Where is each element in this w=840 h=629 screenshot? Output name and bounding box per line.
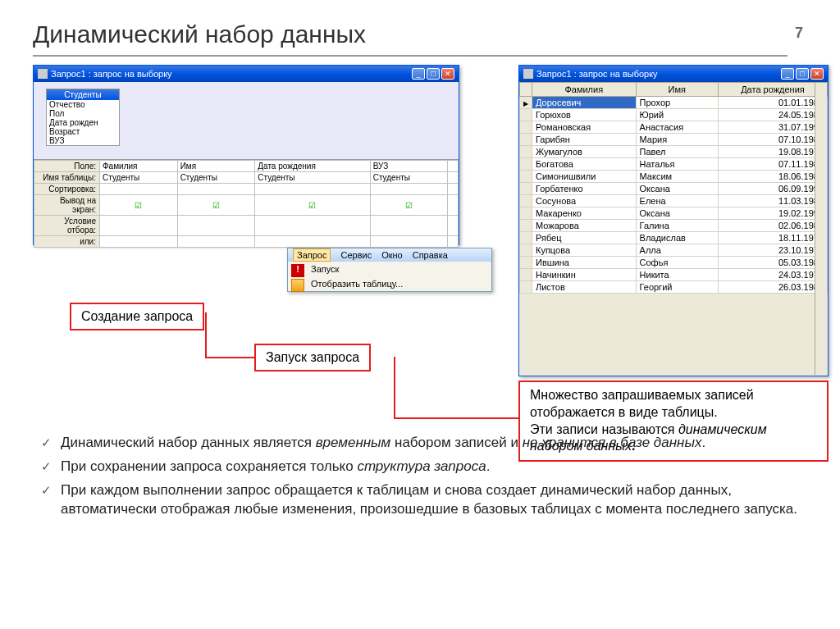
divider	[33, 55, 788, 57]
connector-line	[394, 357, 395, 418]
vertical-scrollbar[interactable]	[815, 83, 827, 375]
bullet-list: Динамический набор данных является време…	[33, 434, 807, 519]
result-datasheet[interactable]: ФамилияИмяДата рожденияДоросевичПрохор01…	[519, 82, 828, 294]
window-title: Запрос1 : запрос на выборку	[51, 69, 172, 79]
field-item[interactable]: Пол	[47, 109, 119, 118]
menu-okno[interactable]: Окно	[381, 250, 403, 260]
query-result-window: Запрос1 : запрос на выборку _ □ ✕ Фамили…	[518, 65, 829, 376]
table-row[interactable]: РомановскаяАнастасия31.07.1991	[520, 121, 828, 134]
table-row[interactable]: БогатоваНаталья07.11.1981	[520, 158, 828, 171]
callout3-line1: Множество запрашиваемых записей отобража…	[530, 388, 754, 419]
close-button[interactable]: ✕	[810, 68, 824, 80]
field-item[interactable]: ВУЗ	[47, 136, 119, 145]
run-icon: !	[291, 264, 304, 277]
menu-item-run[interactable]: !Запуск	[288, 262, 491, 276]
window-titlebar[interactable]: Запрос1 : запрос на выборку _ □ ✕	[519, 66, 828, 82]
field-item[interactable]: Возраст	[47, 127, 119, 136]
table-row[interactable]: МожароваГалина02.06.1989	[520, 220, 828, 232]
callout-run-query: Запуск запроса	[254, 344, 371, 371]
menu-item-run-label: Запуск	[311, 264, 339, 274]
menu-item-show-table[interactable]: Отобразить таблицу...	[288, 276, 491, 291]
table-row[interactable]: НачинкинНикита24.03.1975	[520, 269, 828, 281]
app-icon	[523, 69, 533, 79]
menu-zapros[interactable]: Запрос	[293, 248, 331, 262]
table-row[interactable]: ИвшинаСофья05.03.1980	[520, 257, 828, 269]
connector-line	[205, 312, 207, 358]
table-source-title: Студенты	[47, 89, 119, 100]
bullet-2: При сохранении запроса сохраняется тольк…	[41, 458, 807, 476]
menu-popup: ЗапросСервисОкноСправка !Запуск Отобрази…	[287, 248, 492, 292]
table-row[interactable]: ДоросевичПрохор01.01.1988	[520, 97, 828, 109]
minimize-button[interactable]: _	[781, 68, 794, 80]
bullet-1: Динамический набор данных является време…	[41, 434, 807, 453]
close-button[interactable]: ✕	[441, 68, 454, 80]
table-row[interactable]: ЖумагуловПавел19.08.1973	[520, 146, 828, 158]
slide-title: Динамический набор данных	[33, 21, 807, 48]
menu-spravka[interactable]: Справка	[413, 250, 448, 260]
table-source-box[interactable]: Студенты ОтчествоПолДата рожденВозрастВУ…	[46, 89, 120, 146]
query-designer-window: Запрос1 : запрос на выборку _ □ ✕ Студен…	[33, 65, 459, 245]
maximize-button[interactable]: □	[427, 68, 440, 80]
minimize-button[interactable]: _	[412, 68, 425, 80]
callout-create-query: Создание запроса	[70, 303, 204, 330]
menu-item-show-label: Отобразить таблицу...	[311, 279, 403, 289]
table-icon	[291, 279, 304, 292]
table-row[interactable]: ГорюховЮрий24.05.1985	[520, 109, 828, 121]
app-icon	[38, 69, 48, 79]
field-item[interactable]: Отчество	[47, 100, 119, 109]
table-row[interactable]: МакаренкоОксана19.02.1990	[520, 207, 828, 220]
bullet-3: При каждом выполнении запрос обращается …	[41, 481, 807, 519]
table-row[interactable]: СосуноваЕлена11.03.1988	[520, 195, 828, 207]
table-row[interactable]: ЛистовГеоргий26.03.1985	[520, 281, 828, 294]
table-row[interactable]: КупцоваАлла23.10.1979	[520, 244, 828, 257]
window-title: Запрос1 : запрос на выборку	[536, 69, 658, 79]
menu-bar[interactable]: ЗапросСервисОкноСправка	[288, 248, 491, 262]
query-design-grid[interactable]: Поле:ФамилияИмяДата рожденияВУЗИмя табли…	[34, 160, 459, 248]
table-row[interactable]: ГорбатенкоОксана06.09.1991	[520, 183, 828, 195]
table-row[interactable]: ГарибянМария07.10.1984	[520, 134, 828, 146]
table-row[interactable]: РябецВладислав18.11.1975	[520, 232, 828, 244]
connector-line	[205, 357, 254, 358]
page-number: 7	[795, 25, 803, 42]
connector-line	[394, 417, 518, 419]
window-titlebar[interactable]: Запрос1 : запрос на выборку _ □ ✕	[34, 66, 459, 82]
field-item[interactable]: Дата рожден	[47, 118, 119, 127]
menu-service[interactable]: Сервис	[340, 250, 372, 260]
maximize-button[interactable]: □	[796, 68, 809, 80]
table-row[interactable]: СимонишвилиМаксим18.06.1988	[520, 171, 828, 183]
